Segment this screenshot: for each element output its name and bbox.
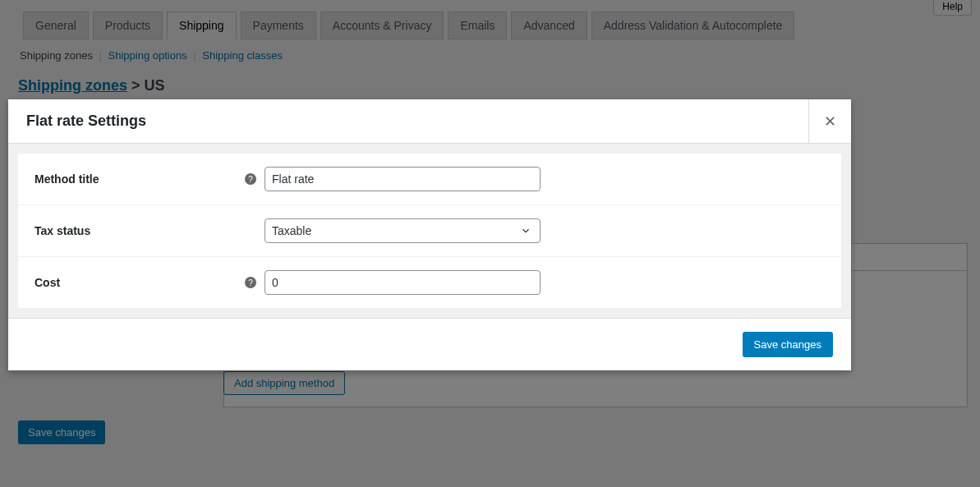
tax-status-value: Taxable (272, 224, 311, 237)
method-title-control (265, 167, 544, 191)
cost-control (265, 270, 544, 295)
modal-footer: Save changes (8, 318, 851, 370)
close-button[interactable]: ✕ (808, 99, 851, 144)
cost-input[interactable] (265, 270, 541, 295)
method-title-input[interactable] (265, 167, 541, 191)
save-changes-button[interactable]: Save changes (743, 332, 833, 357)
modal-header: Flat rate Settings ✕ (8, 99, 851, 144)
help-tip-icon[interactable]: ? (245, 277, 256, 288)
tax-status-row: Tax status Taxable (18, 205, 841, 257)
method-title-row: Method title ? (18, 154, 841, 205)
flat-rate-settings-modal: Flat rate Settings ✕ Method title ? Tax … (8, 99, 851, 370)
method-title-text: Method title (35, 172, 99, 186)
cost-text: Cost (35, 276, 60, 289)
tax-status-select[interactable]: Taxable (265, 218, 541, 243)
method-title-label: Method title ? (35, 172, 265, 186)
tax-status-control: Taxable (265, 218, 544, 243)
close-icon: ✕ (824, 113, 836, 131)
modal-title: Flat rate Settings (8, 113, 146, 130)
modal-body: Method title ? Tax status Taxable (8, 144, 851, 318)
tax-status-text: Tax status (35, 224, 90, 237)
cost-label: Cost ? (35, 276, 265, 289)
tax-status-label: Tax status (35, 224, 265, 237)
form-section: Method title ? Tax status Taxable (18, 154, 841, 308)
help-tip-icon[interactable]: ? (245, 173, 256, 185)
chevron-down-icon (520, 225, 531, 237)
cost-row: Cost ? (18, 257, 841, 308)
